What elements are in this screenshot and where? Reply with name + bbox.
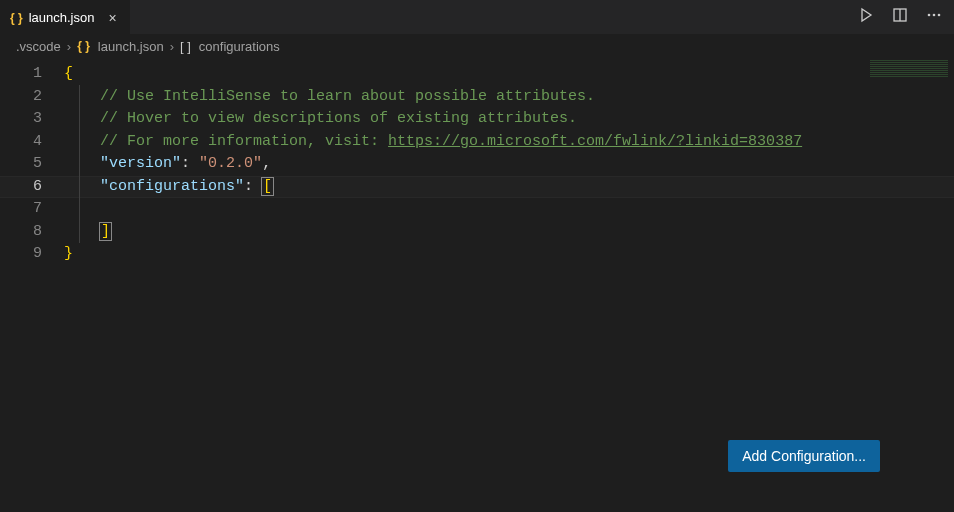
more-actions-icon[interactable] <box>926 7 942 27</box>
scrollbar[interactable] <box>940 57 954 490</box>
code-line: { <box>64 63 954 86</box>
line-number: 4 <box>0 131 42 154</box>
json-file-icon: { } <box>77 39 90 53</box>
tab-bar: { } launch.json × <box>0 0 954 35</box>
breadcrumb-folder[interactable]: .vscode <box>16 39 61 54</box>
tab-launch-json[interactable]: { } launch.json × <box>0 0 130 35</box>
code-line: } <box>64 243 954 266</box>
code-line: // Use IntelliSense to learn about possi… <box>64 86 954 109</box>
status-area <box>0 492 954 512</box>
chevron-right-icon: › <box>67 39 71 54</box>
line-number: 7 <box>0 198 42 221</box>
line-number: 1 <box>0 63 42 86</box>
breadcrumb[interactable]: .vscode › { } launch.json › [ ] configur… <box>0 35 954 57</box>
code-line: // Hover to view descriptions of existin… <box>64 108 954 131</box>
line-number: 2 <box>0 86 42 109</box>
line-numbers: 1 2 3 4 5 6 7 8 9 <box>0 57 64 512</box>
svg-point-4 <box>938 14 941 17</box>
run-icon[interactable] <box>858 7 874 27</box>
code-line <box>64 198 954 221</box>
code-line: ] <box>64 221 954 244</box>
tab-filename: launch.json <box>29 10 95 25</box>
editor-actions <box>858 7 954 27</box>
breadcrumb-file[interactable]: launch.json <box>98 39 164 54</box>
code-line: "version": "0.2.0", <box>64 153 954 176</box>
line-number: 3 <box>0 108 42 131</box>
code-line: // For more information, visit: https://… <box>64 131 954 154</box>
split-editor-icon[interactable] <box>892 7 908 27</box>
svg-point-3 <box>933 14 936 17</box>
line-number: 5 <box>0 153 42 176</box>
code-line: "configurations": [ <box>64 176 954 199</box>
breadcrumb-symbol[interactable]: configurations <box>199 39 280 54</box>
array-icon: [ ] <box>180 39 191 54</box>
close-icon[interactable]: × <box>104 10 120 26</box>
minimap[interactable] <box>870 60 948 78</box>
tabs-container: { } launch.json × <box>0 0 130 35</box>
svg-point-2 <box>928 14 931 17</box>
json-file-icon: { } <box>10 11 23 25</box>
add-configuration-button[interactable]: Add Configuration... <box>728 440 880 472</box>
chevron-right-icon: › <box>170 39 174 54</box>
line-number: 8 <box>0 221 42 244</box>
line-number: 9 <box>0 243 42 266</box>
